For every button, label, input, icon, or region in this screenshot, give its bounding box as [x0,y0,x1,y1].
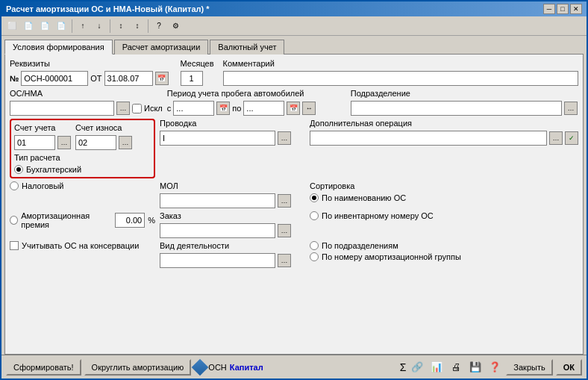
radio-sort-inv[interactable]: По инвентарному номеру ОС [310,211,578,220]
radio-sort-podrazd[interactable]: По подразделениям [310,241,578,250]
percent-label: % [148,216,155,225]
checkbox-uchityvat[interactable]: Учитывать ОС на консервации [10,241,155,250]
radio-sort-amort-circle[interactable] [310,252,319,261]
period-po-picker[interactable]: 📅 [287,102,300,115]
icon-btn-1[interactable]: 🔗 [409,359,425,376]
provodka-picker[interactable]: … [278,131,291,145]
mol-input[interactable] [160,193,275,208]
vid-deyat-picker[interactable]: … [278,254,291,267]
amort-premiya-input[interactable] [115,213,145,228]
date-picker-button[interactable]: 📅 [155,72,169,85]
mesyacev-group: Месяцев [181,59,214,86]
row-schet: Счет учета … Счет износа … [10,119,578,178]
uchityvat-checkbox[interactable] [10,241,19,250]
podrazdelenie-input[interactable] [351,101,562,116]
close-button[interactable]: Закрыть [506,359,552,376]
toolbar-btn-sort2[interactable]: ↕ [130,19,145,34]
toolbar-btn-2[interactable]: 📄 [21,19,36,34]
kommentariy-group: Комментарий [223,59,578,86]
content-area: Реквизиты № ОТ 📅 Месяцев [4,54,584,355]
bukhgalterskiy-label: Бухгалтерский [26,165,81,174]
kapital-label: Капитал [230,363,263,372]
os-nma-input[interactable] [10,101,114,116]
schet-iznosa-input[interactable] [75,135,116,150]
ok-button[interactable]: ОК [556,359,582,376]
radio-sort-naim-circle[interactable] [310,193,319,202]
uchityvat-label: Учитывать ОС на консервации [22,241,139,250]
mol-picker[interactable]: … [278,194,291,208]
date-input[interactable] [104,71,153,86]
radio-amort-premiya[interactable]: Амортизационная премия % [10,211,155,229]
radio-sort-podrazd-circle[interactable] [310,241,319,250]
period-arrow-btn[interactable]: ↔ [302,102,316,115]
kommentariy-input[interactable] [223,71,578,86]
toolbar-btn-3[interactable]: 📄 [37,19,52,34]
period-group: Период учета пробега автомобилей с 📅 по … [167,89,346,116]
vid-deyat-input[interactable] [160,253,275,268]
dop-operaciya-group: Дополнительная операция … ✓ [310,119,578,146]
zakaz-picker[interactable]: … [278,224,291,237]
sort-inv-label: По инвентарному номеру ОС [322,211,434,220]
bottom-bar: Сформировать! Округлить амортизацию ОСН … [1,355,587,379]
tab-conditions[interactable]: Условия формирования [4,40,113,54]
schet-ucheta-input[interactable] [14,135,55,150]
schet-iznosa-picker[interactable]: … [119,136,132,149]
toolbar-separator-1 [72,19,72,33]
dop-operaciya-check[interactable]: ✓ [565,131,578,145]
period-label: Период учета пробега автомобилей [167,89,346,98]
number-input[interactable] [21,71,88,86]
provodka-input[interactable] [160,131,275,146]
radio-nalogovy-circle[interactable] [10,181,19,190]
sortirovka-label: Сортировка [310,181,578,190]
radio-sort-inv-circle[interactable] [310,211,319,220]
period-s-input[interactable] [173,101,214,116]
radio-nalogovy[interactable]: Налоговый [10,181,155,190]
toolbar-btn-help[interactable]: ? [151,19,166,34]
close-button[interactable]: ✕ [570,4,582,14]
toolbar-btn-down[interactable]: ↓ [92,19,107,34]
maximize-button[interactable]: □ [557,4,569,14]
radio-sort-naim[interactable]: По наименованию ОС [310,193,578,202]
icon-btn-4[interactable]: 💾 [467,359,484,376]
tab-currency[interactable]: Валютный учет [210,40,284,54]
mesyacev-input[interactable] [181,71,203,86]
mol-group: МОЛ … [160,181,305,208]
provodka-group: Проводка … [160,119,305,146]
toolbar-btn-settings[interactable]: ⚙ [168,19,183,34]
sort-amort-label: По номеру амортизационной группы [322,252,461,261]
sortirovka-group: Сортировка По наименованию ОС [310,181,578,202]
period-po-input[interactable] [243,101,284,116]
row-nalogovy: Налоговый МОЛ … Сортировка По наи [10,181,578,208]
title-bar-buttons: ─ □ ✕ [543,4,582,14]
os-nma-picker-button[interactable]: … [116,102,130,115]
row-amort: Амортизационная премия % Заказ … По и [10,211,578,238]
zakaz-label: Заказ [160,211,305,220]
icon-btn-5[interactable]: ❓ [487,359,503,376]
schet-ucheta-picker[interactable]: … [57,136,71,149]
icon-btn-2[interactable]: 📊 [428,359,445,376]
minimize-button[interactable]: ─ [543,4,555,14]
dop-operaciya-picker[interactable]: … [549,131,563,145]
number-prefix: № [10,74,19,83]
period-s-picker[interactable]: 📅 [216,102,230,115]
schet-ucheta-group: Счет учета … [14,123,71,150]
sformirovat-button[interactable]: Сформировать! [6,359,81,376]
zakaz-input[interactable] [160,223,275,238]
tabs-bar: Условия формирования Расчет амортизации … [1,36,587,54]
toolbar-btn-up[interactable]: ↑ [75,19,90,34]
toolbar-btn-4[interactable]: 📄 [54,19,69,34]
amort-premiya-label: Амортизационная премия [21,211,112,229]
toolbar-btn-1[interactable]: ⬜ [4,19,19,34]
radio-bukhgalterskiy-circle[interactable] [14,165,23,174]
podrazdelenie-picker[interactable]: … [564,102,578,115]
icon-btn-3[interactable]: 🖨 [448,359,464,376]
toolbar-btn-sort1[interactable]: ↕ [113,19,128,34]
radio-sort-amort[interactable]: По номеру амортизационной группы [310,252,578,261]
okruglit-button[interactable]: Округлить амортизацию [84,359,192,376]
dop-operaciya-label: Дополнительная операция [310,119,578,128]
radio-amort-circle[interactable] [10,216,18,225]
iskl-checkbox[interactable] [132,104,142,113]
radio-bukhgalterskiy[interactable]: Бухгалтерский [14,165,151,174]
tab-calculation[interactable]: Расчет амортизации [114,40,209,54]
dop-operaciya-input[interactable] [310,131,547,146]
